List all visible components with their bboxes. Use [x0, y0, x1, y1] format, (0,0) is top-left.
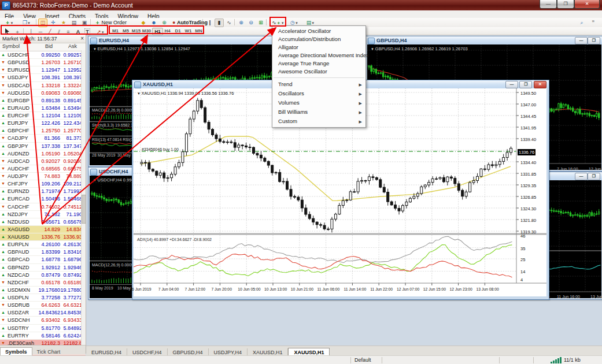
gbpusd-window-titlebar[interactable]: GBPUSD,H4 —❐: [366, 36, 602, 44]
market-watch-row-usdchf[interactable]: ▲USDCHF0.992500.99257: [0, 51, 86, 59]
minimize-chart-button[interactable]: —: [505, 81, 518, 88]
search-icon[interactable]: ⌕: [577, 18, 586, 27]
market-watch-row-xauusd[interactable]: ▲XAUUSD1336.761336.93: [0, 233, 86, 241]
new-chart-button[interactable]: ＋▼: [1, 18, 17, 27]
menu-group-bill-williams[interactable]: Bill Williams▶: [272, 107, 365, 117]
market-watch-tab-symbols[interactable]: Symbols: [0, 347, 32, 356]
market-watch-row-euraud[interactable]: ▲EURAUD1.634841.63494: [0, 105, 86, 112]
market-watch-row-gbpchf[interactable]: ▲GBPCHF1.257501.25770: [0, 127, 86, 135]
line-chart-button[interactable]: ∿: [224, 18, 234, 27]
zoom-out-button[interactable]: ⊖: [246, 18, 256, 27]
timeframe-m5-button[interactable]: M5: [121, 28, 131, 34]
autotrading-button[interactable]: ● AutoTrading: [170, 18, 210, 27]
market-watch-row-nzdusd[interactable]: ▲NZDUSD0.656710.65678: [0, 218, 86, 226]
menu-item-awesome-oscillator[interactable]: Awesome Oscillator: [272, 68, 365, 76]
market-watch-scrollbar[interactable]: [81, 50, 86, 345]
market-watch-row-gbpcad[interactable]: ▲GBPCAD1.687781.68796: [0, 256, 86, 263]
market-watch-row-eurcad[interactable]: ▲EURCAD1.504561.50468: [0, 195, 86, 203]
navigator-button[interactable]: ★: [59, 18, 68, 27]
market-watch-row-gbpusd[interactable]: ▼GBPUSD1.267031.26710: [0, 59, 86, 66]
menu-item-average-directional-movement-index[interactable]: Average Directional Movement Index: [272, 51, 365, 60]
profiles-button[interactable]: ❐▼: [19, 18, 35, 27]
market-watch-toggle-button[interactable]: ◫: [38, 18, 47, 27]
market-watch-row-usdcad[interactable]: ▼USDCAD1.332181.33224: [0, 82, 86, 90]
timeframe-m30-button[interactable]: M30: [142, 28, 152, 34]
market-watch-header[interactable]: SymbolBidAsk: [0, 43, 86, 51]
arrows-tool-button[interactable]: ↗▼: [93, 28, 108, 36]
market-watch-row-audnzd[interactable]: ▲AUDNZD1.051901.05204: [0, 150, 86, 158]
market-watch-row-usdpln[interactable]: ▲USDPLN3.772583.77272: [0, 294, 86, 302]
timeframe-h4-button[interactable]: H4: [162, 28, 172, 34]
profile-name[interactable]: Default: [354, 357, 371, 363]
timeframe-h1-button[interactable]: H1: [152, 28, 163, 35]
market-watch-row-eurtry[interactable]: ▲EURTRY6.581466.62424: [0, 332, 86, 340]
market-watch-row-eurjpy[interactable]: ▲EURJPY122.426122.434: [0, 120, 86, 127]
strategy-tester-button[interactable]: ▣: [80, 18, 89, 27]
market-watch-row-eurpln[interactable]: ▲EURPLN4.261004.26130: [0, 241, 86, 248]
menu-item-accelerator-oscillator[interactable]: Accelerator Oscillator: [272, 27, 365, 35]
market-watch-row-usdrub[interactable]: ▼USDRUB64.626364.6321: [0, 302, 86, 309]
data-window-button[interactable]: ✛: [49, 18, 58, 27]
menu-group-trend[interactable]: Trend▶: [272, 80, 365, 89]
market-watch-row-cadjpy[interactable]: ▼CADJPY81.36681.373: [0, 135, 86, 142]
column-header-ask[interactable]: Ask: [68, 43, 77, 49]
timeframe-w1-button[interactable]: W1: [183, 28, 193, 34]
bar-chart-button[interactable]: |||: [205, 18, 214, 27]
menu-group-custom[interactable]: Custom▶: [272, 117, 365, 126]
maximize-chart-button[interactable]: ❐: [588, 37, 600, 44]
metaeditor-button[interactable]: ◆: [139, 18, 148, 27]
timeframe-m15-button[interactable]: M15: [131, 28, 141, 34]
market-watch-row-chfjpy[interactable]: ▼CHFJPY109.206109.212: [0, 180, 86, 188]
menu-item-average-true-range[interactable]: Average True Range: [272, 60, 365, 68]
close-window-button[interactable]: ✕: [574, 0, 600, 9]
minimize-chart-button[interactable]: —: [575, 37, 588, 44]
market-watch-row-eurgbp[interactable]: ▲EURGBP0.891380.89145: [0, 97, 86, 105]
menu-item-accumulation-distribution[interactable]: Accumulation/Distribution: [272, 35, 365, 43]
market-watch-row-nzdjpy[interactable]: ▲NZDJPY71.18271.190: [0, 211, 86, 218]
restore-window-button[interactable]: ❐: [557, 0, 574, 9]
minimize-window-button[interactable]: —: [540, 0, 557, 9]
menu-group-volumes[interactable]: Volumes▶: [272, 98, 365, 107]
restore-chart-button[interactable]: ❐: [519, 81, 532, 88]
market-watch-close-icon[interactable]: ×: [80, 35, 84, 43]
market-watch-row-usdzar[interactable]: ▲USDZAR14.8436214.84538: [0, 309, 86, 317]
market-watch-tab-tick-chart[interactable]: Tick Chart: [32, 348, 65, 356]
market-watch-row-gbpjpy[interactable]: ▲GBPJPY137.338137.347: [0, 143, 86, 150]
market-watch-row-usdmxn[interactable]: ▲USDMXN19.1768019.17880: [0, 287, 86, 294]
timeframe-mn-button[interactable]: MN: [194, 28, 204, 34]
close-chart-button[interactable]: ✕: [534, 81, 546, 88]
market-watch-row-audcad[interactable]: ▼AUDCAD0.920270.92036: [0, 158, 86, 165]
market-watch-row-gbpaud[interactable]: ▲GBPAUD1.833991.83416: [0, 248, 86, 256]
market-watch-row-usdtry[interactable]: ▲USDTRY5.817705.84892: [0, 325, 86, 332]
terminal-button[interactable]: ▤: [69, 18, 79, 27]
timeframe-d1-button[interactable]: D1: [173, 28, 183, 34]
menu-group-oscillators[interactable]: Oscillators▶: [272, 89, 365, 98]
scrollbar-thumb[interactable]: [82, 195, 86, 224]
market-watch-row-xagusd[interactable]: ▲XAGUSD14.82914.834: [0, 226, 86, 233]
community-button[interactable]: ⊕: [160, 18, 169, 27]
market-watch-row-usdcnh[interactable]: ▼USDCNH6.934026.93433: [0, 317, 86, 324]
market-watch-row-usdjpy[interactable]: ▼USDJPY108.391108.397: [0, 74, 86, 81]
minimize-chart-button[interactable]: —: [575, 173, 588, 180]
market-watch-row-audusd[interactable]: ▼AUDUSD0.690830.69088: [0, 90, 86, 97]
market-watch-row-nzdcad[interactable]: ▲NZDCAD0.874790.87492: [0, 272, 86, 279]
candlestick-chart-button[interactable]: ▮: [215, 18, 224, 27]
column-header-symbol[interactable]: Symbol: [2, 43, 20, 49]
timeframe-m1-button[interactable]: M1: [110, 28, 120, 34]
new-order-button[interactable]: ＋ New Order: [93, 18, 129, 27]
column-header-bid[interactable]: Bid: [45, 43, 53, 49]
market-watch-row-cadchf[interactable]: ▼CADCHF0.745020.74512: [0, 203, 86, 211]
market-watch-row-audchf[interactable]: ▼AUDCHF0.685650.68575: [0, 165, 86, 173]
menu-item-alligator[interactable]: Alligator: [272, 43, 365, 51]
maximize-chart-button[interactable]: ❐: [588, 173, 600, 180]
chat-icon[interactable]: ❞: [589, 18, 598, 27]
market-watch-row-gbpnzd[interactable]: ▲GBPNZD1.929121.92946: [0, 264, 86, 272]
tile-windows-button[interactable]: ⊞: [256, 18, 265, 27]
expert-advisors-button[interactable]: ☻: [149, 18, 158, 27]
market-watch-row-audjpy[interactable]: ▼AUDJPY74.88374.889: [0, 173, 86, 180]
market-watch-row-eurchf[interactable]: ▲EURCHF1.121041.12109: [0, 112, 86, 120]
market-watch-row-eurnzd[interactable]: ▲EURNZD1.719741.71997: [0, 188, 86, 195]
zoom-in-button[interactable]: ⊕: [237, 18, 246, 27]
market-watch-row-nzdchf[interactable]: ▼NZDCHF0.651780.65189: [0, 279, 86, 287]
market-watch-row-eurusd[interactable]: ▼EURUSD1.129471.12952: [0, 66, 86, 74]
